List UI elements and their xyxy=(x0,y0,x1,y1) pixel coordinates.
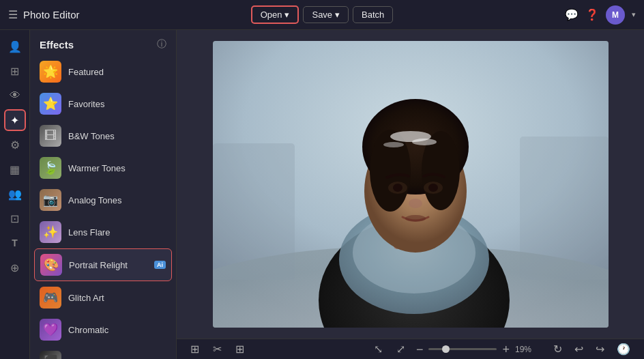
history-icon[interactable]: 🕐 xyxy=(614,340,633,358)
rail-text-icon[interactable]: T xyxy=(4,232,26,254)
photo-frame xyxy=(213,41,609,328)
rail-gear-icon[interactable]: ⚙ xyxy=(4,134,26,156)
analog-tones-label: Analog Tones xyxy=(68,195,122,205)
effect-featured[interactable]: 🌟 Featured xyxy=(34,56,172,87)
effect-favorites[interactable]: ⭐ Favorites xyxy=(34,88,172,119)
warmer-tones-icon: 🍃 xyxy=(40,157,61,179)
effect-glitch-art[interactable]: 🎮 Glitch Art xyxy=(34,282,172,313)
compress-icon[interactable]: ⤢ xyxy=(394,340,408,358)
expand-icon[interactable]: ⤡ xyxy=(371,340,385,358)
crop-bottom-icon[interactable]: ✂ xyxy=(210,340,224,358)
header-left: ☰ Photo Editor xyxy=(8,8,246,21)
rail-sliders-icon[interactable]: ⊞ xyxy=(4,60,26,82)
grid-bottom-icon[interactable]: ⊞ xyxy=(233,340,247,358)
favorites-label: Favorites xyxy=(68,99,104,109)
undo-icon[interactable]: ↩ xyxy=(572,340,586,358)
layers-bottom-icon[interactable]: ⊞ xyxy=(188,340,202,358)
effect-black-white[interactable]: ⬛ Black & White xyxy=(34,346,172,359)
effect-lens-flare[interactable]: ✨ Lens Flare xyxy=(34,216,172,248)
portrait-relight-icon: 🎨 xyxy=(40,254,62,276)
open-chevron-icon: ▾ xyxy=(284,10,289,20)
zoom-percent: 19% xyxy=(515,345,531,354)
effect-bw-tones[interactable]: 🎞 B&W Tones xyxy=(34,120,172,152)
zoom-in-button[interactable]: + xyxy=(502,343,510,356)
chromatic-icon: 💜 xyxy=(40,319,61,341)
menu-icon[interactable]: ☰ xyxy=(8,8,18,21)
redo-icon[interactable]: ↪ xyxy=(593,340,607,358)
effects-header: Effects ⓘ xyxy=(30,30,176,56)
effects-info-icon[interactable]: ⓘ xyxy=(157,38,166,51)
rail-stamp-icon[interactable]: ⊕ xyxy=(4,257,26,278)
featured-label: Featured xyxy=(68,67,104,77)
icon-rail: 👤 ⊞ 👁 ✦ ⚙ ▦ 👥 ⊡ T ⊕ xyxy=(0,30,30,359)
zoom-slider[interactable] xyxy=(428,348,497,350)
batch-button[interactable]: Batch xyxy=(353,6,393,23)
zoom-controls: − + 19% xyxy=(416,343,531,356)
svg-point-15 xyxy=(428,184,438,192)
rail-person-icon[interactable]: 👤 xyxy=(4,35,26,57)
avatar-chevron-icon[interactable]: ▾ xyxy=(632,10,636,19)
svg-point-20 xyxy=(383,142,404,147)
effect-chromatic[interactable]: 💜 Chromatic xyxy=(34,314,172,345)
svg-rect-3 xyxy=(520,137,609,280)
chat-icon[interactable]: 💬 xyxy=(565,8,579,21)
app-title: Photo Editor xyxy=(23,9,80,20)
lens-flare-icon: ✨ xyxy=(40,221,61,243)
bw-tones-icon: 🎞 xyxy=(40,125,61,147)
header-right: 💬 ❓ M ▾ xyxy=(398,5,636,25)
portrait-relight-label: Portrait Relight xyxy=(69,260,128,270)
svg-point-16 xyxy=(409,199,422,208)
effect-portrait-relight[interactable]: 🎨 Portrait Relight Ai xyxy=(34,248,172,281)
svg-point-19 xyxy=(412,139,437,145)
glitch-art-label: Glitch Art xyxy=(68,293,104,303)
rail-layers-icon[interactable]: ▦ xyxy=(4,158,26,180)
photo-svg xyxy=(213,41,609,328)
save-button[interactable]: Save ▾ xyxy=(303,6,349,23)
effects-title: Effects xyxy=(40,39,74,51)
favorites-icon: ⭐ xyxy=(40,93,61,115)
svg-point-10 xyxy=(370,130,411,212)
warmer-tones-label: Warmer Tones xyxy=(68,163,126,173)
bottom-toolbar: ⊞ ✂ ⊞ ⤡ ⤢ − + 19% ↻ ↩ ↪ 🕐 xyxy=(177,339,644,359)
analog-tones-icon: 📷 xyxy=(40,189,61,211)
open-button[interactable]: Open ▾ xyxy=(251,5,299,24)
rail-effects-icon[interactable]: ✦ xyxy=(4,109,26,131)
rail-eye-icon[interactable]: 👁 xyxy=(4,85,26,106)
svg-point-14 xyxy=(393,184,402,192)
black-white-label: Black & White xyxy=(68,357,123,360)
header-center: Open ▾ Save ▾ Batch xyxy=(251,5,394,24)
zoom-out-button[interactable]: − xyxy=(416,343,424,356)
help-icon[interactable]: ❓ xyxy=(585,8,599,21)
effect-analog-tones[interactable]: 📷 Analog Tones xyxy=(34,184,172,216)
chromatic-label: Chromatic xyxy=(68,325,108,335)
effect-warmer-tones[interactable]: 🍃 Warmer Tones xyxy=(34,152,172,184)
svg-point-17 xyxy=(405,215,426,222)
lens-flare-label: Lens Flare xyxy=(68,227,110,238)
svg-rect-2 xyxy=(213,143,295,280)
canvas-column: ⊞ ✂ ⊞ ⤡ ⤢ − + 19% ↻ ↩ ↪ 🕐 xyxy=(177,30,644,359)
rail-crop-icon[interactable]: ⊡ xyxy=(4,207,26,229)
save-chevron-icon: ▾ xyxy=(335,10,340,20)
header: ☰ Photo Editor Open ▾ Save ▾ Batch 💬 ❓ M… xyxy=(0,0,644,30)
ai-badge: Ai xyxy=(154,261,166,269)
main-area: 👤 ⊞ 👁 ✦ ⚙ ▦ 👥 ⊡ T ⊕ Effects ⓘ 🌟 Featured… xyxy=(0,30,644,359)
black-white-icon: ⬛ xyxy=(40,351,61,359)
bw-tones-label: B&W Tones xyxy=(68,131,115,141)
photo-container xyxy=(177,30,644,339)
glitch-art-icon: 🎮 xyxy=(40,287,61,308)
canvas-area xyxy=(177,30,644,339)
right-actions: ↻ ↩ ↪ 🕐 xyxy=(551,340,633,358)
rail-people-icon[interactable]: 👥 xyxy=(4,183,26,205)
rotate-icon[interactable]: ↻ xyxy=(551,340,565,358)
effects-panel: Effects ⓘ 🌟 Featured ⭐ Favorites 🎞 B&W T… xyxy=(30,30,177,359)
zoom-slider-thumb xyxy=(442,345,450,353)
effects-list: 🌟 Featured ⭐ Favorites 🎞 B&W Tones 🍃 War… xyxy=(30,56,176,359)
avatar[interactable]: M xyxy=(606,5,625,25)
featured-icon: 🌟 xyxy=(40,61,61,83)
